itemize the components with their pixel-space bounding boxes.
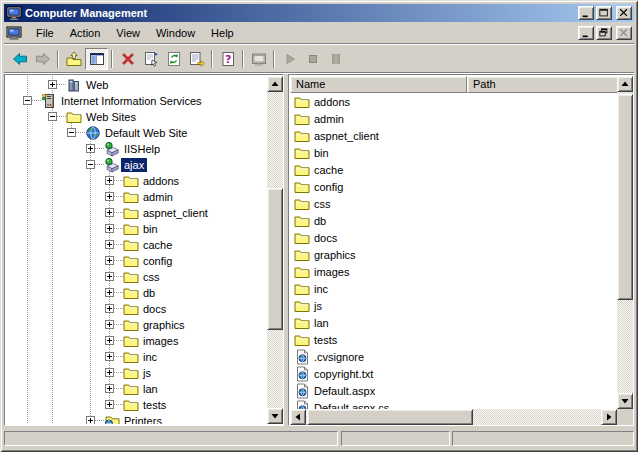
list-item-images[interactable]: images [290,263,617,280]
tree-node-iishelp[interactable]: IISHelp [6,141,267,157]
toolbar-back-button[interactable] [8,48,31,70]
menu-view[interactable]: View [108,25,148,41]
tree-node-internet-information-services[interactable]: Internet Information Services [6,93,267,109]
expand-toggle[interactable] [48,80,57,89]
toolbar-delete-button[interactable] [116,48,139,70]
tree-node-config[interactable]: config [6,253,267,269]
collapse-toggle[interactable] [86,160,95,169]
menu-file[interactable]: File [28,25,62,41]
toolbar-refresh-button[interactable] [162,48,185,70]
toolbar-forward-button[interactable] [31,48,54,70]
menu-window[interactable]: Window [148,25,203,41]
expand-toggle[interactable] [105,240,114,249]
list-item-css[interactable]: css [290,195,617,212]
list-item-cvsignore[interactable]: .cvsignore [290,348,617,365]
tree-node-addons[interactable]: addons [6,173,267,189]
toolbar-pause-item-button[interactable] [324,48,347,70]
menu-action[interactable]: Action [62,25,109,41]
expand-toggle[interactable] [105,256,114,265]
toolbar-help-button[interactable]: ? [216,48,239,70]
list-vscrollbar-thumb[interactable] [617,94,633,300]
tree-node-admin[interactable]: admin [6,189,267,205]
expand-toggle[interactable] [105,304,114,313]
list-item-inc[interactable]: inc [290,280,617,297]
expand-toggle[interactable] [105,272,114,281]
tree-node-images[interactable]: images [6,333,267,349]
list-scroll-down-button[interactable] [617,393,633,409]
toolbar-stop-item-button[interactable] [301,48,324,70]
collapse-toggle[interactable] [23,96,32,105]
mdi-minimize-button[interactable] [578,26,594,40]
tree-node-web[interactable]: Web [6,77,267,93]
expand-toggle[interactable] [105,368,114,377]
list-item-tests[interactable]: tests [290,331,617,348]
expand-toggle[interactable] [105,288,114,297]
list-item-lan[interactable]: lan [290,314,617,331]
tree-node-css[interactable]: css [6,269,267,285]
list-item-default-aspx-cs[interactable]: Default.aspx.cs [290,399,617,409]
list-item-graphics[interactable]: graphics [290,246,617,263]
tree-node-docs[interactable]: docs [6,301,267,317]
expand-toggle[interactable] [105,224,114,233]
tree-scrollbar-thumb[interactable] [267,188,283,330]
toolbar-properties-button[interactable] [139,48,162,70]
list-item-js[interactable]: js [290,297,617,314]
tree-node-default-web-site[interactable]: Default Web Site [6,125,267,141]
menu-help[interactable]: Help [203,25,242,41]
list-item-config[interactable]: config [290,178,617,195]
tree-node-web-sites[interactable]: Web Sites [6,109,267,125]
list-item-docs[interactable]: docs [290,229,617,246]
column-header-path[interactable]: Path [467,76,618,93]
mdi-system-menu-icon[interactable] [6,25,22,41]
column-header-name[interactable]: Name [290,76,467,93]
expand-toggle[interactable] [105,192,114,201]
toolbar-up-one-level-button[interactable] [62,48,85,70]
list-scroll-up-button[interactable] [617,76,633,92]
list-item-default-aspx[interactable]: Default.aspx [290,382,617,399]
list-item-cache[interactable]: cache [290,161,617,178]
list-scroll-left-button[interactable] [290,409,306,425]
mdi-close-disabled-button[interactable] [616,26,632,40]
expand-toggle[interactable] [105,400,114,409]
list-item-aspnet-client[interactable]: aspnet_client [290,127,617,144]
window-maximize-button[interactable] [596,6,612,20]
tree-node-lan[interactable]: lan [6,381,267,397]
expand-toggle[interactable] [105,384,114,393]
tree-scroll-up-button[interactable] [267,76,283,92]
list-hscrollbar-thumb[interactable] [307,409,473,425]
window-close-button[interactable] [616,6,632,20]
toolbar-start-item-button[interactable] [278,48,301,70]
tree-scroll-down-button[interactable] [267,408,283,424]
tree-node-printers[interactable]: Printers [6,413,267,424]
collapse-toggle[interactable] [67,128,76,137]
expand-toggle[interactable] [105,320,114,329]
tree-node-bin[interactable]: bin [6,221,267,237]
list-item-addons[interactable]: addons [290,93,617,110]
tree-node-js[interactable]: js [6,365,267,381]
list-item-db[interactable]: db [290,212,617,229]
toolbar-export-list-button[interactable] [185,48,208,70]
expand-toggle[interactable] [86,144,95,153]
tree-node-cache[interactable]: cache [6,237,267,253]
toolbar-console-window-button[interactable] [247,48,270,70]
toolbar-show-hide-console-tree-button[interactable] [85,48,108,70]
list-item-bin[interactable]: bin [290,144,617,161]
expand-toggle[interactable] [105,208,114,217]
tree-node-graphics[interactable]: graphics [6,317,267,333]
expand-toggle[interactable] [105,352,114,361]
list-scroll-right-button[interactable] [601,409,617,425]
expand-toggle[interactable] [105,336,114,345]
window-minimize-button[interactable] [578,6,594,20]
collapse-toggle[interactable] [48,112,57,121]
tree-node-tests[interactable]: tests [6,397,267,413]
tree-node-ajax[interactable]: ajax [6,157,267,173]
tree-node-inc[interactable]: inc [6,349,267,365]
list-item-admin[interactable]: admin [290,110,617,127]
mdi-restore-button[interactable] [596,26,612,40]
list-item-copyright-txt[interactable]: copyright.txt [290,365,617,382]
computer-management-app-icon[interactable] [6,5,22,21]
expand-toggle[interactable] [105,176,114,185]
tree-node-db[interactable]: db [6,285,267,301]
tree-node-aspnet-client[interactable]: aspnet_client [6,205,267,221]
expand-toggle[interactable] [86,416,95,424]
